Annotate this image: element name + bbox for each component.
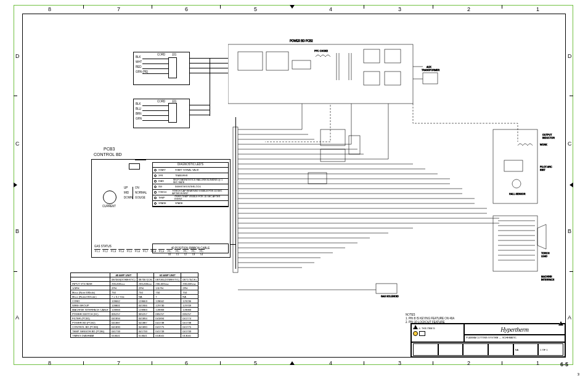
- gas-pin-label: P1-13: [190, 249, 197, 256]
- table-row: POWER SWITCH (S1)00525700525700525700525…: [71, 312, 198, 316]
- jumper-block: [129, 163, 140, 170]
- svg-text:TRANSFORMER: TRANSFORMER: [422, 69, 440, 72]
- table-row: MACHINE INTERFACE CABLE12898312898312898…: [71, 308, 198, 312]
- svg-rect-52: [493, 129, 537, 203]
- switch-normal: NORMAL: [135, 192, 147, 195]
- svg-text:GAS SOLENOID: GAS SOLENOID: [381, 295, 399, 298]
- grid-row-d-left: D: [15, 53, 20, 59]
- parts-cell: 041894: [154, 316, 181, 321]
- parts-cell: 129236: [181, 299, 198, 303]
- parts-row-label: POWER SWITCH (S1): [71, 312, 110, 316]
- schematic-net-svg: POWER BD PCB2 PFC CHOKE AUX TRANSFORMER: [228, 31, 561, 327]
- projection-symbol-icon: [413, 331, 418, 336]
- parts-cell: 128983: [110, 308, 137, 312]
- svg-rect-74: [376, 284, 397, 293]
- table-row: POWER BD (PCB2)041887041887041738041738: [71, 321, 198, 325]
- gas-pin-label: P1-12: [182, 249, 189, 256]
- diag-led-desc: TRANSFER: [175, 174, 187, 177]
- parts-cell: NA: [181, 295, 198, 299]
- ce-connector-icon: [168, 103, 177, 123]
- diag-led-row: TEMPOVER TEMP VISIBLE FOR 10 SEC AFTER E…: [153, 195, 228, 201]
- dom-j21-label: J21: [172, 54, 176, 57]
- svg-rect-2: [266, 52, 288, 70]
- parts-cell: 041906: [137, 303, 154, 308]
- svg-text:MACHINE: MACHINE: [541, 276, 552, 278]
- grid-col-1-bot: 1: [536, 360, 539, 366]
- table-row: INPUT VOLTAGE200-600vac200-600vac200-600…: [71, 282, 198, 286]
- grid-col-5-bot: 5: [254, 360, 257, 366]
- parts-cell: 200-600vac: [110, 282, 137, 286]
- svg-text:OUTPUT: OUTPUT: [542, 134, 552, 136]
- dom-wire-red: RED: [136, 66, 142, 69]
- diag-led-row: DIAGSELF DIAGNOSTICS FAILURE BLINKING @ …: [153, 179, 228, 184]
- diag-led-row: SPARESPARE: [153, 201, 228, 207]
- gas-pin-label: P1-1: [94, 249, 100, 256]
- svg-text:HALL SENSOR: HALL SENSOR: [509, 193, 526, 195]
- parts-cell: 7 ± 0.2 Vdc: [110, 295, 137, 299]
- table-row: Mvsc (Nom 690vdc)750750750750: [71, 290, 198, 295]
- parts-cell: 128663: [137, 299, 154, 303]
- parts-cell: 2PH: [181, 286, 198, 290]
- domestic-unit-block: DOMESTIC UNIT BLK WHT RED GRN (PE) CORD …: [133, 52, 190, 85]
- parts-cell: 2PH: [110, 286, 137, 290]
- ce-wire-blu: BLU: [136, 108, 141, 111]
- diag-led-name: START: [158, 169, 173, 171]
- gas-pin-label: P1-4: [118, 249, 125, 256]
- gas-pin-label: P1-6: [134, 249, 141, 256]
- grid-col-4-bot: 4: [329, 360, 332, 366]
- parts-cell: 041733: [110, 329, 137, 334]
- gas-pin-label: P1-10: [166, 249, 173, 256]
- pcb3-block: INSTALL JUMPER 129405 CE UNITS ONLY CURR…: [91, 159, 231, 258]
- rev-triangle-icon: [558, 321, 563, 326]
- gas-pin-label: P1-9: [158, 249, 165, 256]
- svg-rect-3: [292, 60, 311, 69]
- bottom-center-arrow-icon: [290, 361, 295, 365]
- svg-text:IGBT: IGBT: [540, 169, 546, 171]
- parts-cell: 041894: [137, 316, 154, 321]
- gas-pin-label: P1-3: [110, 249, 116, 256]
- warning-triangle-icon: [413, 325, 418, 329]
- parts-row-label: FILTER (PCB1): [71, 316, 110, 321]
- led-dot-icon: [154, 197, 157, 199]
- parts-cell: 005257: [154, 312, 181, 316]
- led-dot-icon: [154, 174, 157, 177]
- parts-row-label: CONTROL BD (PCB3): [71, 325, 110, 329]
- gas-pin-label: P1-8: [150, 249, 157, 256]
- svg-text:INTERFACE: INTERFACE: [541, 279, 555, 281]
- switch-up: UP: [124, 187, 128, 190]
- gas-pin-label: P1-7: [142, 249, 149, 256]
- diag-led-desc: SPARE: [175, 202, 183, 205]
- grid-col-2-top: 2: [467, 6, 470, 12]
- page-number: 6-5: [560, 361, 568, 367]
- parts-cell: 041733: [137, 329, 154, 334]
- grid-row-a-left: A: [15, 314, 19, 321]
- table-row: CORD128662128663128662129236: [71, 299, 198, 303]
- parts-cell: 005257: [110, 312, 137, 316]
- tb-rev: [463, 343, 488, 356]
- parts-row-label: INPUT VOLTAGE: [71, 282, 110, 286]
- pcb3-subtitle: CONTROL BD: [94, 152, 122, 157]
- grid-col-5-top: 5: [254, 6, 257, 12]
- parts-cell: 750: [137, 290, 154, 295]
- diag-list: STARTSTART SIGNAL VALIDXFRTRANSFERDIAGSE…: [153, 168, 228, 207]
- diag-led-desc: OVER TEMP VISIBLE FOR 10 SEC AFTER EVENT: [174, 195, 227, 200]
- svg-rect-48: [321, 129, 345, 145]
- parts-cell: 005257: [137, 312, 154, 316]
- grid-col-3-bot: 3: [398, 360, 401, 366]
- svg-rect-18: [233, 127, 238, 272]
- parts-cell: 013041: [181, 334, 198, 338]
- diag-led-name: INV: [158, 186, 173, 188]
- gas-pin-label: P1-11: [174, 249, 181, 256]
- diag-led-row: TORCHTORCH CAP REMOVED VISIBLE FOR 10 SE…: [153, 190, 228, 195]
- svg-rect-11: [364, 72, 380, 85]
- parts-cell: 041894: [110, 316, 137, 321]
- led-dot-icon: [154, 202, 157, 205]
- diag-led-name: TORCH: [158, 191, 171, 194]
- title-block: ⚠ THIS ITEM IS Hypertherm PLASMA CUTTING…: [410, 323, 566, 358]
- svg-text:TORCH: TORCH: [541, 252, 550, 255]
- parts-cell: 013041: [154, 334, 181, 338]
- led-dot-icon: [154, 180, 157, 182]
- svg-rect-51: [308, 173, 327, 184]
- parts-row-label: WIRE GROUP: [71, 303, 110, 308]
- grid-col-7-bot: 7: [117, 360, 120, 366]
